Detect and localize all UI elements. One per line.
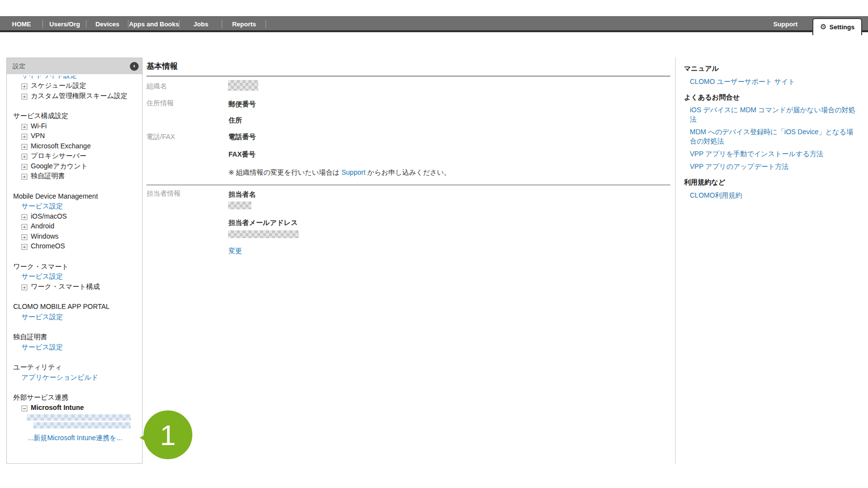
sidebar-header: 設定 ‹ bbox=[7, 58, 142, 74]
nav-item-apps-and-books[interactable]: Apps and Books bbox=[128, 16, 180, 32]
sidebar-item-chromeos[interactable]: +ChromeOS bbox=[7, 241, 142, 251]
redacted-text-block bbox=[27, 414, 131, 421]
sidebar-item-android[interactable]: +Android bbox=[7, 221, 142, 231]
sidebar-item-sitewide-settings[interactable]: サイトワイド設定 bbox=[7, 76, 142, 81]
expand-icon[interactable]: + bbox=[21, 83, 27, 89]
expand-icon[interactable]: + bbox=[21, 214, 27, 220]
sidebar-group-utility: ユーティリティ bbox=[7, 362, 142, 372]
nav-item-home[interactable]: HOME bbox=[0, 16, 43, 32]
nav-item-support[interactable]: Support bbox=[773, 16, 798, 32]
sidebar-collapse-button[interactable]: ‹ bbox=[130, 62, 139, 71]
expand-icon[interactable]: + bbox=[21, 224, 27, 230]
faq-link-ios-device[interactable]: MDM へのデバイス登録時に「iOS Device」となる場合の対処法 bbox=[690, 127, 860, 146]
postal-code-field-label: 郵便番号 bbox=[228, 100, 256, 109]
help-panel: マニュアル CLOMO ユーザーサポート サイト よくあるお問合せ iOS デバ… bbox=[675, 58, 861, 464]
nav-item-reports[interactable]: Reports bbox=[222, 16, 266, 32]
sidebar-item-label: サービス設定 bbox=[21, 313, 63, 321]
sidebar-item-label: サイトワイド設定 bbox=[7, 76, 142, 81]
sidebar-item-label: Wi-Fi bbox=[31, 122, 47, 130]
sidebar-item-ios-macos[interactable]: +iOS/macOS bbox=[7, 211, 142, 222]
divider bbox=[146, 76, 670, 77]
nav-item-users-org[interactable]: Users/Org bbox=[43, 16, 86, 32]
sidebar-group-work-smart: ワーク・スマート bbox=[7, 262, 142, 272]
sidebar-item-label: Microsoft Exchange bbox=[31, 142, 91, 150]
sidebar-item-map-service-settings[interactable]: サービス設定 bbox=[7, 312, 142, 322]
manual-header: マニュアル bbox=[684, 64, 861, 73]
sidebar-item-label: プロキシサーバー bbox=[31, 152, 86, 160]
expand-icon[interactable]: + bbox=[21, 285, 27, 290]
settings-tree: サイトワイド設定 +スケジュール設定 +カスタム管理権限スキーム設定 サービス構… bbox=[7, 74, 142, 443]
redacted-contact-name-value bbox=[228, 202, 251, 209]
faq-header: よくあるお問合せ bbox=[684, 93, 861, 102]
sidebar-item-mdm-service-settings[interactable]: サービス設定 bbox=[7, 201, 142, 211]
sidebar-group-mobile-app-portal: CLOMO MOBILE APP PORTAL bbox=[7, 302, 142, 312]
contact-name-field-label: 担当者名 bbox=[228, 190, 256, 199]
settings-tab-label: Settings bbox=[829, 23, 854, 31]
expand-icon[interactable]: + bbox=[21, 124, 27, 130]
sidebar-item-windows[interactable]: +Windows bbox=[7, 231, 142, 242]
note-suffix: からお申し込みください。 bbox=[366, 168, 451, 176]
sidebar-item-label: ワーク・スマート構成 bbox=[31, 283, 100, 290]
address-field-label: 住所 bbox=[228, 116, 242, 125]
expand-icon[interactable]: + bbox=[21, 164, 27, 170]
sidebar-item-label: ...新規Microsoft Intune連携を... bbox=[28, 434, 122, 442]
faq-link-vpp-manual-install[interactable]: VPP アプリを手動でインストールする方法 bbox=[690, 149, 860, 159]
note-prefix: ※ 組織情報の変更を行いたい場合は bbox=[228, 168, 341, 176]
sidebar-item-schedule-settings[interactable]: +スケジュール設定 bbox=[7, 81, 142, 91]
clomo-terms-link[interactable]: CLOMO利用規約 bbox=[690, 191, 860, 200]
sidebar-item-label: Microsoft Intune bbox=[31, 404, 84, 411]
sidebar-item-work-smart-config[interactable]: +ワーク・スマート構成 bbox=[7, 282, 142, 292]
sidebar-item-label: 独自証明書 bbox=[31, 172, 65, 180]
expand-icon[interactable]: + bbox=[21, 174, 27, 180]
nav-items: HOME Users/Org Devices Apps and Books Jo… bbox=[0, 16, 868, 32]
sidebar-item-label: サービス設定 bbox=[21, 202, 63, 210]
sidebar-group-external-services: 外部サービス連携 bbox=[7, 392, 142, 403]
change-link[interactable]: 変更 bbox=[228, 247, 242, 256]
expand-icon[interactable]: + bbox=[21, 154, 27, 160]
annotation-badge-1: 1 bbox=[144, 410, 192, 459]
support-link[interactable]: Support bbox=[341, 168, 365, 176]
sidebar-item-microsoft-intune[interactable]: −Microsoft Intune bbox=[7, 403, 142, 413]
sidebar-item-cert-service-settings[interactable]: サービス設定 bbox=[7, 342, 142, 352]
phone-field-label: 電話番号 bbox=[228, 133, 256, 142]
org-name-label: 組織名 bbox=[146, 82, 167, 91]
terms-header: 利用規約など bbox=[684, 178, 861, 187]
sidebar-item-vpn[interactable]: +VPN bbox=[7, 131, 142, 141]
redacted-intune-link[interactable] bbox=[7, 414, 142, 428]
sidebar-item-proxy-server[interactable]: +プロキシサーバー bbox=[7, 151, 142, 161]
sidebar-item-label: サービス設定 bbox=[21, 272, 63, 280]
redacted-org-name-value bbox=[228, 80, 258, 91]
top-navigation-bar: HOME Users/Org Devices Apps and Books Jo… bbox=[0, 16, 868, 32]
tab-settings[interactable]: ⚙ Settings bbox=[812, 18, 862, 35]
sidebar-item-custom-permission-scheme[interactable]: +カスタム管理権限スキーム設定 bbox=[7, 91, 142, 101]
sidebar-item-wifi[interactable]: +Wi-Fi bbox=[7, 121, 142, 131]
sidebar-item-label: iOS/macOS bbox=[31, 212, 67, 220]
sidebar-item-google-account[interactable]: +Googleアカウント bbox=[7, 161, 142, 171]
sidebar-item-custom-certificate[interactable]: +独自証明書 bbox=[7, 171, 142, 181]
expand-icon[interactable]: + bbox=[21, 234, 27, 240]
sidebar-item-label: Android bbox=[31, 222, 54, 230]
sidebar-item-application-build[interactable]: アプリケーションビルド bbox=[7, 372, 142, 383]
nav-item-jobs[interactable]: Jobs bbox=[180, 16, 222, 32]
page-title: 基本情報 bbox=[146, 61, 178, 72]
sidebar-item-label: VPN bbox=[31, 132, 45, 140]
settings-sidebar: 設定 ‹ サイトワイド設定 +スケジュール設定 +カスタム管理権限スキーム設定 … bbox=[6, 58, 143, 464]
expand-icon[interactable]: + bbox=[21, 244, 27, 250]
clomo-support-site-link[interactable]: CLOMO ユーザーサポート サイト bbox=[690, 77, 860, 86]
expand-icon[interactable]: + bbox=[21, 134, 27, 140]
sidebar-item-microsoft-exchange[interactable]: +Microsoft Exchange bbox=[7, 141, 142, 151]
sidebar-item-work-smart-service-settings[interactable]: サービス設定 bbox=[7, 271, 142, 282]
sidebar-item-label: サービス設定 bbox=[21, 343, 63, 351]
basic-info-panel: 基本情報 組織名 住所情報 郵便番号 住所 電話/FAX 電話番号 FAX番号 … bbox=[146, 59, 670, 268]
expand-icon[interactable]: + bbox=[21, 144, 27, 150]
sidebar-item-new-intune-link[interactable]: ...新規Microsoft Intune連携を... bbox=[7, 433, 142, 443]
sidebar-item-label: Windows bbox=[31, 232, 59, 240]
faq-link-mdm-command[interactable]: iOS デバイスに MDM コマンドが届かない場合の対処法 bbox=[690, 105, 860, 124]
collapse-icon[interactable]: − bbox=[21, 406, 27, 411]
contact-info-label: 担当者情報 bbox=[146, 189, 181, 198]
faq-link-vpp-update[interactable]: VPP アプリのアップデート方法 bbox=[690, 162, 860, 171]
redacted-text-block bbox=[33, 422, 131, 428]
sidebar-item-label: アプリケーションビルド bbox=[21, 373, 98, 381]
nav-item-devices[interactable]: Devices bbox=[86, 16, 128, 32]
expand-icon[interactable]: + bbox=[21, 94, 27, 100]
